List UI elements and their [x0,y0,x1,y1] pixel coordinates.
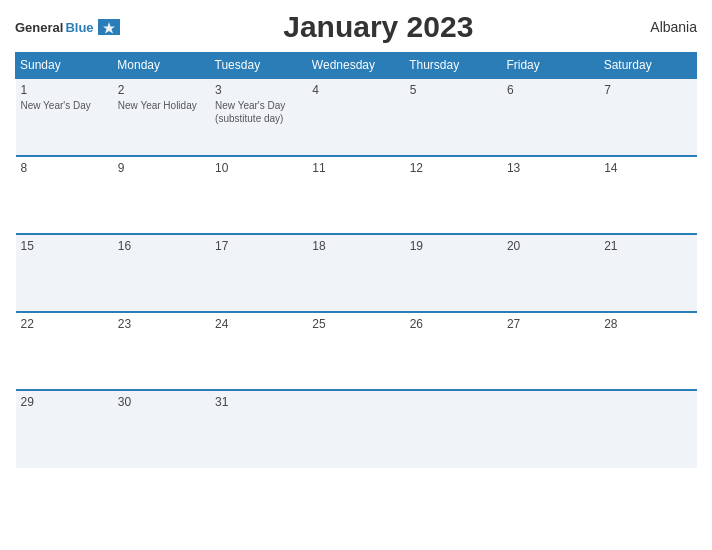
calendar-day-cell: 27 [502,312,599,390]
calendar-day-cell: 18 [307,234,404,312]
calendar-day-cell: 1New Year's Day [16,78,113,156]
day-number: 5 [410,83,497,97]
calendar-day-cell: 4 [307,78,404,156]
header-monday: Monday [113,53,210,79]
calendar-week-row: 22232425262728 [16,312,697,390]
holiday-label: New Year's Day [21,99,108,112]
calendar-day-cell: 23 [113,312,210,390]
day-number: 14 [604,161,691,175]
calendar-day-cell: 11 [307,156,404,234]
calendar-day-cell: 12 [405,156,502,234]
logo-blue-text: Blue [65,20,93,35]
day-number: 16 [118,239,205,253]
day-number: 6 [507,83,594,97]
day-number: 26 [410,317,497,331]
day-number: 13 [507,161,594,175]
weekday-header-row: Sunday Monday Tuesday Wednesday Thursday… [16,53,697,79]
day-number: 9 [118,161,205,175]
header-friday: Friday [502,53,599,79]
day-number: 10 [215,161,302,175]
calendar-week-row: 891011121314 [16,156,697,234]
day-number: 20 [507,239,594,253]
day-number: 27 [507,317,594,331]
day-number: 2 [118,83,205,97]
calendar-day-cell: 10 [210,156,307,234]
day-number: 22 [21,317,108,331]
day-number: 31 [215,395,302,409]
calendar-day-cell: 24 [210,312,307,390]
day-number: 1 [21,83,108,97]
day-number: 12 [410,161,497,175]
header-wednesday: Wednesday [307,53,404,79]
header-tuesday: Tuesday [210,53,307,79]
calendar-day-cell: 15 [16,234,113,312]
calendar-day-cell: 28 [599,312,696,390]
calendar-day-cell: 3New Year's Day (substitute day) [210,78,307,156]
country-name: Albania [637,19,697,35]
calendar-container: General Blue January 2023 Albania Sunday… [0,0,712,550]
day-number: 4 [312,83,399,97]
calendar-day-cell: 2New Year Holiday [113,78,210,156]
holiday-label: New Year Holiday [118,99,205,112]
day-number: 15 [21,239,108,253]
day-number: 21 [604,239,691,253]
calendar-day-cell: 25 [307,312,404,390]
day-number: 7 [604,83,691,97]
calendar-day-cell: 6 [502,78,599,156]
header-thursday: Thursday [405,53,502,79]
logo-flag-icon [98,19,120,35]
day-number: 25 [312,317,399,331]
day-number: 8 [21,161,108,175]
calendar-day-cell: 29 [16,390,113,468]
calendar-day-cell: 17 [210,234,307,312]
calendar-day-cell: 26 [405,312,502,390]
calendar-day-cell: 8 [16,156,113,234]
day-number: 19 [410,239,497,253]
day-number: 24 [215,317,302,331]
calendar-day-cell: 16 [113,234,210,312]
calendar-day-cell [405,390,502,468]
calendar-header: General Blue January 2023 Albania [15,10,697,44]
calendar-day-cell: 22 [16,312,113,390]
calendar-day-cell [307,390,404,468]
day-number: 17 [215,239,302,253]
day-number: 11 [312,161,399,175]
holiday-label: New Year's Day (substitute day) [215,99,302,125]
calendar-day-cell: 13 [502,156,599,234]
calendar-day-cell [502,390,599,468]
calendar-day-cell: 9 [113,156,210,234]
header-sunday: Sunday [16,53,113,79]
day-number: 3 [215,83,302,97]
calendar-day-cell: 19 [405,234,502,312]
calendar-day-cell: 20 [502,234,599,312]
day-number: 28 [604,317,691,331]
calendar-day-cell: 14 [599,156,696,234]
calendar-week-row: 293031 [16,390,697,468]
calendar-day-cell [599,390,696,468]
calendar-day-cell: 21 [599,234,696,312]
calendar-day-cell: 30 [113,390,210,468]
calendar-week-row: 15161718192021 [16,234,697,312]
calendar-week-row: 1New Year's Day2New Year Holiday3New Yea… [16,78,697,156]
day-number: 23 [118,317,205,331]
day-number: 18 [312,239,399,253]
day-number: 29 [21,395,108,409]
logo: General Blue [15,19,120,35]
day-number: 30 [118,395,205,409]
calendar-day-cell: 7 [599,78,696,156]
calendar-table: Sunday Monday Tuesday Wednesday Thursday… [15,52,697,468]
month-title: January 2023 [120,10,637,44]
calendar-day-cell: 31 [210,390,307,468]
header-saturday: Saturday [599,53,696,79]
logo-general-text: General [15,20,63,35]
calendar-day-cell: 5 [405,78,502,156]
